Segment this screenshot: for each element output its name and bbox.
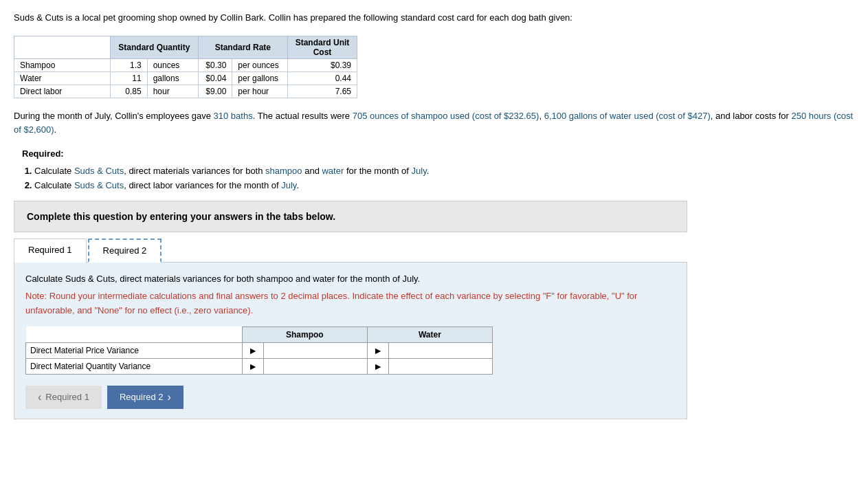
- col-header-qty: Standard Quantity: [111, 36, 199, 58]
- table-row: Shampoo 1.3 ounces $0.30 per ounces $0.3…: [14, 58, 357, 71]
- tabs-container: Required 1 Required 2 Calculate Suds & C…: [14, 238, 687, 419]
- shampoo-price-arrow: ►: [242, 342, 264, 358]
- required-section: Required: 1. Calculate Suds & Cuts, dire…: [14, 147, 854, 192]
- shampoo-qty-input[interactable]: [264, 359, 367, 373]
- tab-required-1[interactable]: Required 1: [14, 239, 87, 263]
- water-qty-arrow: ►: [367, 358, 389, 374]
- tabs-row: Required 1 Required 2: [14, 238, 687, 262]
- intro-paragraph: Suds & Cuts is a local pet grooming shop…: [14, 11, 854, 25]
- standard-cost-table: Standard Quantity Standard Rate Standard…: [14, 36, 357, 98]
- shampoo-qty-arrow: ►: [242, 358, 264, 374]
- label-price-variance: Direct Material Price Variance: [26, 342, 243, 358]
- col-header-cost: Standard UnitCost: [287, 36, 357, 58]
- chevron-left-icon: [38, 391, 41, 403]
- table-row: Water 11 gallons $0.04 per gallons 0.44: [14, 71, 357, 85]
- tab-note-text: Note: Round your intermediate calculatio…: [25, 289, 676, 318]
- next-button-label: Required 2: [120, 392, 164, 402]
- variance-row-quantity: Direct Material Quantity Variance ► ►: [26, 358, 493, 374]
- shampoo-price-input[interactable]: [264, 344, 367, 357]
- water-price-arrow: ►: [367, 342, 389, 358]
- shampoo-qty-input-cell[interactable]: [264, 358, 368, 374]
- scenario-paragraph: During the month of July, Collin's emplo…: [14, 109, 854, 138]
- variance-row-price: Direct Material Price Variance ► ►: [26, 342, 493, 358]
- table-row: Direct labor 0.85 hour $9.00 per hour 7.…: [14, 85, 357, 98]
- tab-main-text: Calculate Suds & Cuts, direct materials …: [25, 272, 676, 287]
- complete-box-text: Complete this question by entering your …: [27, 211, 335, 222]
- required-item-2: 2. Calculate Suds & Cuts, direct labor v…: [22, 179, 854, 193]
- required-title: Required:: [22, 147, 854, 162]
- tab-required-2[interactable]: Required 2: [88, 239, 162, 263]
- nav-buttons: Required 1 Required 2: [25, 386, 676, 409]
- chevron-right-icon: [168, 391, 171, 403]
- item-water: Water: [14, 71, 111, 85]
- item-shampoo: Shampoo: [14, 58, 111, 71]
- water-price-input[interactable]: [389, 344, 492, 357]
- tab-content-area: Calculate Suds & Cuts, direct materials …: [14, 262, 687, 419]
- label-quantity-variance: Direct Material Quantity Variance: [26, 358, 243, 374]
- shampoo-price-input-cell[interactable]: [264, 342, 368, 358]
- water-qty-input-cell[interactable]: [389, 358, 493, 374]
- water-qty-input[interactable]: [389, 359, 492, 373]
- required-item-1: 1. Calculate Suds & Cuts, direct materia…: [22, 164, 854, 179]
- item-direct-labor: Direct labor: [14, 85, 111, 98]
- next-button[interactable]: Required 2: [107, 386, 183, 409]
- col-header-rate: Standard Rate: [198, 36, 287, 58]
- water-price-input-cell[interactable]: [389, 342, 493, 358]
- variance-table: Shampoo Water Direct Material Price Vari…: [25, 326, 493, 375]
- variance-table-wrapper: Shampoo Water Direct Material Price Vari…: [25, 326, 676, 375]
- complete-box: Complete this question by entering your …: [14, 201, 687, 232]
- prev-button-label: Required 1: [45, 392, 89, 402]
- prev-button[interactable]: Required 1: [25, 386, 102, 409]
- col-header-shampoo: Shampoo: [242, 326, 367, 342]
- col-header-water: Water: [367, 326, 492, 342]
